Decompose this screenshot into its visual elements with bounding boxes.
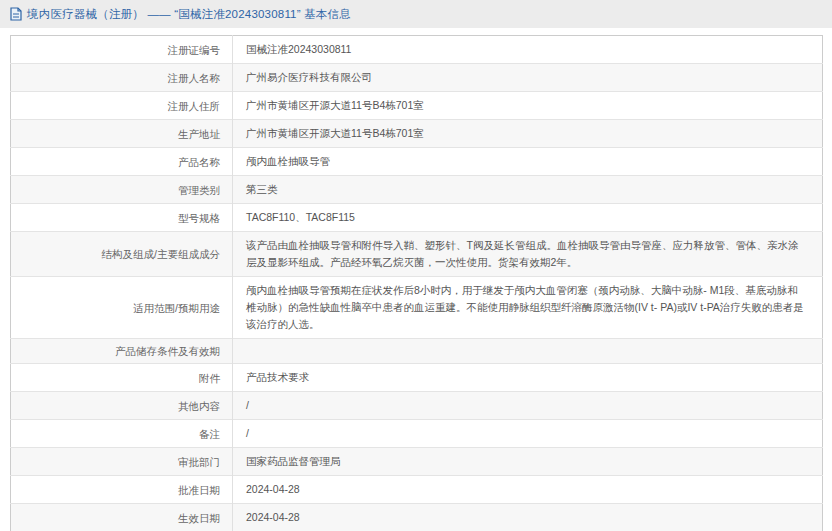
- row-value: 第三类: [233, 176, 823, 204]
- row-label: 结构及组成/主要组成成分: [11, 232, 233, 277]
- row-label: 产品储存条件及有效期: [11, 339, 233, 364]
- row-label: 管理类别: [11, 176, 233, 204]
- row-label: 注册证编号: [11, 36, 233, 64]
- table-row: 注册证编号国械注准20243030811: [11, 36, 823, 64]
- row-label: 附件: [11, 364, 233, 392]
- info-table-body: 注册证编号国械注准20243030811注册人名称广州易介医疗科技有限公司注册人…: [11, 36, 823, 531]
- row-value: TAC8F110、TAC8F115: [233, 204, 823, 232]
- row-value: /: [233, 392, 823, 420]
- row-label: 注册人名称: [11, 64, 233, 92]
- row-label: 注册人住所: [11, 92, 233, 120]
- row-label: 适用范围/预期用途: [11, 277, 233, 339]
- table-row: 结构及组成/主要组成成分该产品由血栓抽吸导管和附件导入鞘、塑形针、T阀及延长管组…: [11, 232, 823, 277]
- row-label: 生产地址: [11, 120, 233, 148]
- row-value: 国家药品监督管理局: [233, 448, 823, 476]
- row-label: 备注: [11, 420, 233, 448]
- table-row: 审批部门国家药品监督管理局: [11, 448, 823, 476]
- row-value: /: [233, 420, 823, 448]
- page-header: 境内医疗器械（注册） —— “国械注准20243030811” 基本信息: [0, 0, 832, 28]
- row-value: 2024-04-28: [233, 476, 823, 504]
- row-label: 产品名称: [11, 148, 233, 176]
- row-value: 产品技术要求: [233, 364, 823, 392]
- table-row: 附件产品技术要求: [11, 364, 823, 392]
- table-row: 管理类别第三类: [11, 176, 823, 204]
- table-row: 生产地址广州市黄埔区开源大道11号B4栋701室: [11, 120, 823, 148]
- row-value: 该产品由血栓抽吸导管和附件导入鞘、塑形针、T阀及延长管组成。血栓抽吸导管由导管座…: [233, 232, 823, 277]
- page-title: 境内医疗器械（注册） —— “国械注准20243030811” 基本信息: [27, 7, 351, 22]
- document-icon: [10, 7, 22, 21]
- table-row: 生效日期2024-04-28: [11, 504, 823, 531]
- table-row: 注册人住所广州市黄埔区开源大道11号B4栋701室: [11, 92, 823, 120]
- row-value: 广州市黄埔区开源大道11号B4栋701室: [233, 92, 823, 120]
- row-label: 批准日期: [11, 476, 233, 504]
- row-label: 生效日期: [11, 504, 233, 531]
- row-value: 国械注准20243030811: [233, 36, 823, 64]
- row-value: 广州市黄埔区开源大道11号B4栋701室: [233, 120, 823, 148]
- table-row: 批准日期2024-04-28: [11, 476, 823, 504]
- table-row: 备注/: [11, 420, 823, 448]
- table-row: 产品储存条件及有效期: [11, 339, 823, 364]
- row-label: 其他内容: [11, 392, 233, 420]
- row-value: [233, 339, 823, 364]
- table-row: 其他内容/: [11, 392, 823, 420]
- row-label: 型号规格: [11, 204, 233, 232]
- row-value: 颅内血栓抽吸导管: [233, 148, 823, 176]
- table-row: 产品名称颅内血栓抽吸导管: [11, 148, 823, 176]
- row-label: 审批部门: [11, 448, 233, 476]
- table-row: 注册人名称广州易介医疗科技有限公司: [11, 64, 823, 92]
- device-info-table: 注册证编号国械注准20243030811注册人名称广州易介医疗科技有限公司注册人…: [10, 35, 823, 531]
- row-value: 颅内血栓抽吸导管预期在症状发作后8小时内，用于继发于颅内大血管闭塞（颈内动脉、大…: [233, 277, 823, 339]
- row-value: 2024-04-28: [233, 504, 823, 531]
- table-row: 适用范围/预期用途颅内血栓抽吸导管预期在症状发作后8小时内，用于继发于颅内大血管…: [11, 277, 823, 339]
- table-row: 型号规格TAC8F110、TAC8F115: [11, 204, 823, 232]
- row-value: 广州易介医疗科技有限公司: [233, 64, 823, 92]
